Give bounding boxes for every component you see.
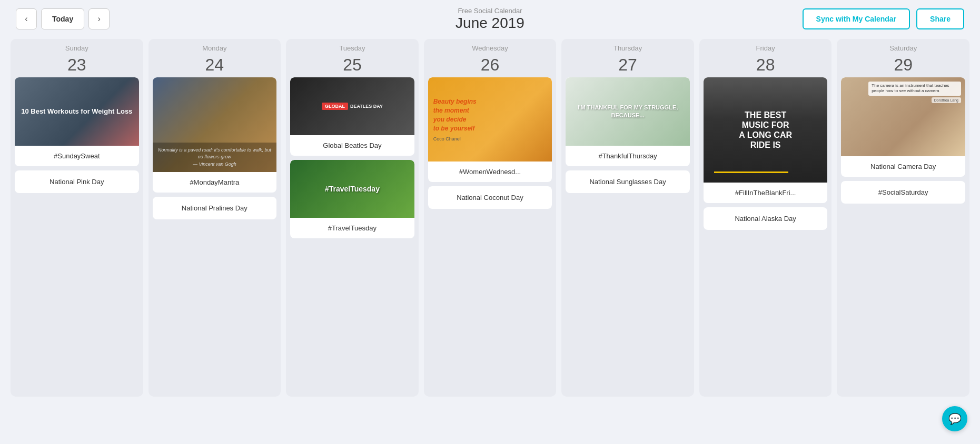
monday-mantra-label: #MondayMantra [153,172,277,193]
music-label: #FillInTheBlankFri... [704,183,828,203]
today-button[interactable]: Today [41,8,84,29]
beatles-image: GLOBAL BEATLES DAY [290,77,414,135]
thankful-label: #ThankfulThursday [566,146,690,166]
day-name-thursday: Thursday [613,44,642,52]
event-card-sunday-pink[interactable]: National Pink Day [15,170,139,193]
day-number-monday: 24 [205,56,224,73]
women-image: Beauty begins the moment you decide to b… [428,77,552,162]
event-card-saturday-camera[interactable]: The camera is an instrument that teaches… [841,77,965,177]
travel-label: #TravelTuesday [290,218,414,238]
action-buttons: Sync with My Calendar Share [803,8,964,29]
event-card-wednesday-women[interactable]: Beauty begins the moment you decide to b… [428,77,552,182]
women-label: #WomenWednesd... [428,162,552,182]
women-quote-text: Beauty begins the moment you decide to b… [433,97,477,133]
day-name-sunday: Sunday [65,44,88,52]
thankful-image: I'M THANKFUL FOR MY STRUGGLE, BECAUSE... [566,77,690,146]
chat-button[interactable]: 💬 [942,406,967,431]
prev-button[interactable]: ‹ [16,8,37,29]
day-name-saturday: Saturday [889,44,917,52]
event-card-thursday-thankful[interactable]: I'M THANKFUL FOR MY STRUGGLE, BECAUSE...… [566,77,690,166]
day-name-monday: Monday [202,44,226,52]
event-card-wednesday-coconut[interactable]: National Coconut Day [428,186,552,209]
event-card-monday-pralines[interactable]: National Pralines Day [153,197,277,219]
day-number-sunday: 23 [67,56,86,73]
day-column-wednesday: Wednesday 26 Beauty begins the moment yo… [424,39,557,397]
event-card-saturday-social[interactable]: #SocialSaturday [841,181,965,204]
day-number-thursday: 27 [618,56,637,73]
day-column-thursday: Thursday 27 I'M THANKFUL FOR MY STRUGGLE… [561,39,694,397]
event-card-friday-music[interactable]: THE BEST MUSIC FOR A LONG CAR RIDE IS #F… [704,77,828,203]
camera-quote-text: The camera is an instrument that teaches… [868,82,961,96]
music-text: THE BEST MUSIC FOR A LONG CAR RIDE IS [734,105,797,156]
camera-author-text: Dorothea Lang [932,97,961,103]
camera-image: The camera is an instrument that teaches… [841,77,965,156]
day-column-monday: Monday 24 Normality is a paved road: it'… [149,39,281,397]
sunday-workout-label: #SundaySweat [15,146,139,166]
beatles-badge: GLOBAL [322,103,348,110]
day-name-friday: Friday [756,44,775,52]
nav-group: ‹ Today › [16,8,110,29]
chat-icon: 💬 [948,412,962,425]
day-column-friday: Friday 28 THE BEST MUSIC FOR A LONG CAR … [699,39,832,397]
event-card-monday-mantra[interactable]: Normality is a paved road: it's comforta… [153,77,277,193]
beatles-label: Global Beatles Day [290,135,414,156]
beatles-badge-day: BEATLES DAY [350,104,383,109]
day-number-wednesday: 26 [481,56,500,73]
sync-button[interactable]: Sync with My Calendar [803,8,910,29]
travel-image: #TravelTuesday [290,160,414,218]
sunday-workout-image: 10 Best Workouts for Weight Loss [15,77,139,146]
vangogh-quote-text: Normality is a paved road: it's comforta… [153,143,277,173]
event-card-sunday-workout[interactable]: 10 Best Workouts for Weight Loss #Sunday… [15,77,139,166]
event-card-tuesday-beatles[interactable]: GLOBAL BEATLES DAY Global Beatles Day [290,77,414,156]
vangogh-image: Normality is a paved road: it's comforta… [153,77,277,172]
event-card-tuesday-travel[interactable]: #TravelTuesday #TravelTuesday [290,160,414,238]
day-number-friday: 28 [756,56,775,73]
music-image: THE BEST MUSIC FOR A LONG CAR RIDE IS [704,77,828,183]
month-title: June 2019 [456,15,524,32]
camera-label: National Camera Day [841,156,965,177]
day-number-tuesday: 25 [343,56,362,73]
title-group: Free Social Calendar June 2019 [456,7,524,32]
event-card-friday-alaska[interactable]: National Alaska Day [704,207,828,230]
free-social-label: Free Social Calendar [456,7,524,15]
page-header: ‹ Today › Free Social Calendar June 2019… [0,0,980,34]
calendar-grid: Sunday 23 10 Best Workouts for Weight Lo… [0,34,980,407]
thankful-text: I'M THANKFUL FOR MY STRUGGLE, BECAUSE... [566,99,690,124]
music-underline [714,171,788,173]
next-button[interactable]: › [88,8,110,29]
day-column-sunday: Sunday 23 10 Best Workouts for Weight Lo… [11,39,143,397]
day-column-tuesday: Tuesday 25 GLOBAL BEATLES DAY Global Bea… [286,39,419,397]
day-name-tuesday: Tuesday [339,44,365,52]
day-column-saturday: Saturday 29 The camera is an instrument … [837,39,969,397]
day-name-wednesday: Wednesday [472,44,508,52]
share-button[interactable]: Share [916,8,964,29]
day-number-saturday: 29 [894,56,913,73]
travel-hashtag-text: #TravelTuesday [325,185,380,193]
event-card-thursday-sunglasses[interactable]: National Sunglasses Day [566,170,690,193]
women-caption: Coco Chanel [433,136,461,142]
sunday-workout-text: 10 Best Workouts for Weight Loss [17,103,136,120]
